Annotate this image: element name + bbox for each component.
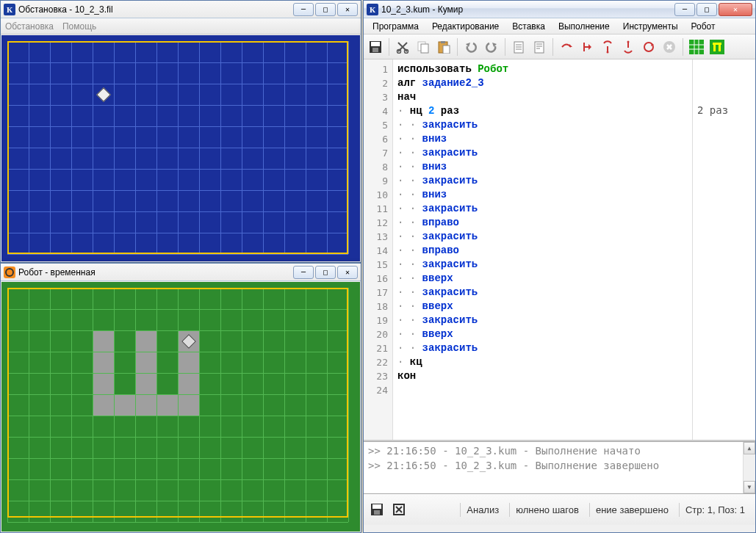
save-status-icon[interactable]: [368, 501, 386, 518]
doc2-icon[interactable]: [530, 38, 548, 56]
obst-menubar: Обстановка Помощь: [1, 18, 361, 35]
run1-icon[interactable]: [558, 38, 575, 56]
menu-tools[interactable]: Инструменты: [617, 20, 684, 33]
status-bar: Анализ юлнено шагов ение завершено Стр: …: [364, 494, 755, 525]
close-button[interactable]: ✕: [337, 266, 358, 279]
maximize-button[interactable]: □: [315, 3, 336, 16]
kumir-toolbar: [364, 35, 755, 59]
obst-field[interactable]: [1, 35, 360, 261]
scroll-up-icon[interactable]: ▲: [744, 442, 755, 454]
robot-titlebar[interactable]: Робот - временная ─ □ ✕: [1, 264, 361, 281]
svg-point-18: [607, 51, 609, 53]
menu-obstanovka[interactable]: Обстановка: [5, 21, 54, 32]
window-buttons: ─ □ ✕: [674, 3, 752, 16]
obstanovka-window: К Обстановка - 10_2_3.fil ─ □ ✕ Обстанов…: [0, 0, 361, 263]
console-scrollbar[interactable]: ▲ ▼: [743, 442, 755, 493]
status-pos: Стр: 1, Поз: 1: [679, 503, 751, 517]
run-trace-column: 2 раз: [692, 59, 755, 440]
console-line: >> 21:16:50 - 10_2_3.kum - Выполнение на…: [368, 443, 751, 458]
robot-title: Робот - временная: [18, 267, 293, 278]
undo-icon[interactable]: [462, 38, 480, 56]
obst-title: Обстановка - 10_2_3.fil: [18, 4, 293, 15]
menu-run[interactable]: Выполнение: [552, 20, 616, 33]
menu-edit[interactable]: Редактирование: [426, 20, 505, 33]
scroll-down-icon[interactable]: ▼: [744, 481, 755, 493]
status-done: ение завершено: [589, 503, 674, 517]
svg-rect-29: [713, 43, 716, 51]
menu-help[interactable]: Помощь: [62, 21, 96, 32]
redo-icon[interactable]: [483, 38, 500, 56]
obst-titlebar[interactable]: К Обстановка - 10_2_3.fil ─ □ ✕: [1, 1, 361, 18]
svg-point-19: [627, 40, 630, 43]
svg-rect-30: [719, 43, 721, 51]
app-icon: К: [4, 4, 15, 15]
paste-icon[interactable]: [435, 38, 453, 56]
run-into-icon[interactable]: [599, 38, 616, 56]
doc1-icon[interactable]: [510, 38, 528, 56]
svg-rect-33: [374, 510, 380, 515]
console-line: >> 21:16:50 - 10_2_3.kum - Выполнение за…: [368, 458, 751, 473]
robot-field[interactable]: [1, 282, 360, 532]
svg-rect-27: [710, 40, 724, 54]
maximize-button[interactable]: □: [315, 266, 336, 279]
maximize-button[interactable]: □: [696, 3, 717, 16]
svg-rect-1: [371, 42, 380, 46]
close-button[interactable]: ✕: [719, 3, 752, 16]
svg-rect-9: [443, 46, 450, 54]
cut-icon[interactable]: [394, 38, 411, 56]
copy-icon[interactable]: [414, 38, 432, 56]
code-editor[interactable]: использовать Роботалг задание2_3нач· нц …: [393, 59, 692, 440]
menu-insert[interactable]: Вставка: [506, 20, 551, 33]
svg-rect-22: [689, 40, 704, 54]
pi-green-icon[interactable]: [708, 38, 726, 56]
svg-rect-14: [535, 42, 544, 53]
robot-temp-window: Робот - временная ─ □ ✕: [0, 263, 361, 533]
kumir-menubar: Программа Редактирование Вставка Выполне…: [364, 18, 755, 35]
app-icon: К: [367, 4, 378, 15]
run-out-icon[interactable]: [619, 38, 637, 56]
trace-msg: 2 раз: [697, 104, 751, 116]
minimize-button[interactable]: ─: [293, 3, 314, 16]
status-steps: юлнено шагов: [509, 503, 585, 517]
svg-rect-2: [372, 48, 378, 52]
window-buttons: ─ □ ✕: [293, 3, 358, 16]
status-analysis: Анализ: [460, 503, 505, 517]
svg-rect-8: [441, 41, 445, 43]
run-step-icon[interactable]: [578, 38, 596, 56]
cancel-status-icon[interactable]: [390, 501, 408, 518]
svg-rect-6: [421, 44, 428, 53]
grid-green-icon[interactable]: [688, 38, 705, 56]
run-loop-icon[interactable]: [640, 38, 658, 56]
kumir-window: К 10_2_3.kum - Кумир ─ □ ✕ Программа Ред…: [363, 0, 756, 533]
editor-area: 123456789101112131415161718192021222324 …: [364, 59, 755, 441]
window-buttons: ─ □ ✕: [293, 266, 358, 279]
output-console[interactable]: >> 21:16:50 - 10_2_3.kum - Выполнение на…: [364, 441, 755, 494]
menu-robot[interactable]: Робот: [685, 20, 721, 33]
stop-icon[interactable]: [660, 38, 678, 56]
menu-program[interactable]: Программа: [367, 20, 425, 33]
svg-rect-32: [372, 504, 381, 509]
robot-app-icon: [4, 266, 15, 278]
minimize-button[interactable]: ─: [674, 3, 695, 16]
close-button[interactable]: ✕: [337, 3, 358, 16]
kumir-titlebar[interactable]: К 10_2_3.kum - Кумир ─ □ ✕: [364, 1, 755, 18]
line-gutter: 123456789101112131415161718192021222324: [364, 59, 393, 440]
kumir-title: 10_2_3.kum - Кумир: [381, 4, 674, 15]
minimize-button[interactable]: ─: [293, 266, 314, 279]
save-icon[interactable]: [367, 38, 384, 56]
